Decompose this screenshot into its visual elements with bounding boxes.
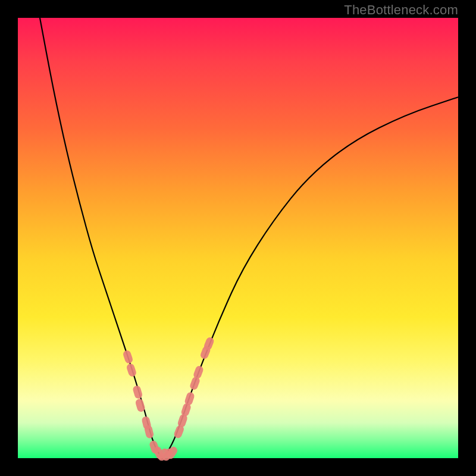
chart-svg	[18, 18, 458, 458]
watermark-text: TheBottleneck.com	[344, 2, 458, 18]
data-marker	[122, 349, 133, 364]
data-marker	[132, 385, 143, 400]
data-marker	[126, 363, 137, 378]
plot-area	[18, 18, 458, 458]
marker-layer	[122, 336, 215, 462]
curve-layer	[40, 18, 458, 458]
svg-rect-2	[132, 385, 143, 400]
svg-rect-1	[126, 363, 137, 378]
outer-frame: TheBottleneck.com	[0, 0, 476, 476]
svg-rect-0	[122, 349, 133, 364]
curve-right-branch	[163, 97, 458, 458]
curve-left-branch	[40, 18, 163, 458]
